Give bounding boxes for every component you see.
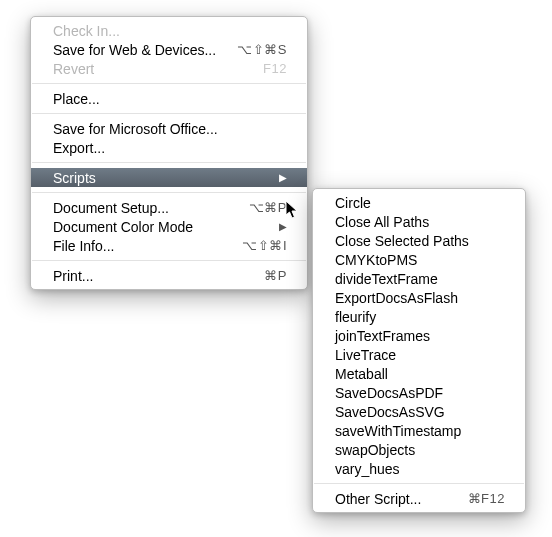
menu-separator — [314, 483, 524, 484]
label: Check In... — [53, 23, 287, 39]
label: Export... — [53, 140, 287, 156]
submenu-item-dividetextframe[interactable]: divideTextFrame — [313, 269, 525, 288]
label: Revert — [53, 61, 251, 77]
label: Save for Microsoft Office... — [53, 121, 287, 137]
label: joinTextFrames — [335, 328, 505, 344]
label: Print... — [53, 268, 252, 284]
submenu-item-varyhues[interactable]: vary_hues — [313, 459, 525, 478]
menu-item-check-in: Check In... — [31, 21, 307, 40]
label: ExportDocsAsFlash — [335, 290, 505, 306]
label: Place... — [53, 91, 287, 107]
label: Scripts — [53, 170, 271, 186]
submenu-item-savewithtimestamp[interactable]: saveWithTimestamp — [313, 421, 525, 440]
label: saveWithTimestamp — [335, 423, 505, 439]
label: File Info... — [53, 238, 230, 254]
shortcut: ⌥⇧⌘I — [230, 238, 287, 253]
label: Metaball — [335, 366, 505, 382]
menu-item-revert: Revert F12 — [31, 59, 307, 78]
label: Circle — [335, 195, 505, 211]
submenu-item-savedocssvg[interactable]: SaveDocsAsSVG — [313, 402, 525, 421]
label: Close Selected Paths — [335, 233, 505, 249]
menu-item-save-for-web[interactable]: Save for Web & Devices... ⌥⇧⌘S — [31, 40, 307, 59]
label: Document Color Mode — [53, 219, 271, 235]
menu-item-file-info[interactable]: File Info... ⌥⇧⌘I — [31, 236, 307, 255]
menu-item-export[interactable]: Export... — [31, 138, 307, 157]
label: Close All Paths — [335, 214, 505, 230]
submenu-item-jointextframes[interactable]: joinTextFrames — [313, 326, 525, 345]
menu-item-print[interactable]: Print... ⌘P — [31, 266, 307, 285]
menu-item-scripts[interactable]: Scripts ▶ — [31, 168, 307, 187]
label: SaveDocsAsPDF — [335, 385, 505, 401]
menu-separator — [32, 162, 306, 163]
submenu-item-savedocspdf[interactable]: SaveDocsAsPDF — [313, 383, 525, 402]
menu-item-place[interactable]: Place... — [31, 89, 307, 108]
label: swapObjects — [335, 442, 505, 458]
submenu-item-livetrace[interactable]: LiveTrace — [313, 345, 525, 364]
label: LiveTrace — [335, 347, 505, 363]
menu-separator — [32, 192, 306, 193]
label: fleurify — [335, 309, 505, 325]
shortcut: F12 — [251, 61, 287, 76]
submenu-item-swapobjects[interactable]: swapObjects — [313, 440, 525, 459]
submenu-item-close-all-paths[interactable]: Close All Paths — [313, 212, 525, 231]
shortcut: ⌘F12 — [456, 491, 505, 506]
submenu-item-close-selected-paths[interactable]: Close Selected Paths — [313, 231, 525, 250]
menu-separator — [32, 113, 306, 114]
label: Document Setup... — [53, 200, 237, 216]
label: vary_hues — [335, 461, 505, 477]
menu-separator — [32, 260, 306, 261]
file-menu: Check In... Save for Web & Devices... ⌥⇧… — [30, 16, 308, 290]
label: Save for Web & Devices... — [53, 42, 225, 58]
menu-item-document-setup[interactable]: Document Setup... ⌥⌘P — [31, 198, 307, 217]
label: divideTextFrame — [335, 271, 505, 287]
submenu-item-other-script[interactable]: Other Script... ⌘F12 — [313, 489, 525, 508]
submenu-item-exportdocsasflash[interactable]: ExportDocsAsFlash — [313, 288, 525, 307]
menu-item-document-color-mode[interactable]: Document Color Mode ▶ — [31, 217, 307, 236]
label: SaveDocsAsSVG — [335, 404, 505, 420]
shortcut: ⌥⌘P — [237, 200, 287, 215]
shortcut: ⌥⇧⌘S — [225, 42, 287, 57]
submenu-item-cmyktopms[interactable]: CMYKtoPMS — [313, 250, 525, 269]
label: Other Script... — [335, 491, 456, 507]
menu-separator — [32, 83, 306, 84]
shortcut: ⌘P — [252, 268, 287, 283]
submenu-arrow-icon: ▶ — [279, 222, 287, 232]
submenu-item-metaball[interactable]: Metaball — [313, 364, 525, 383]
submenu-arrow-icon: ▶ — [279, 173, 287, 183]
scripts-submenu: Circle Close All Paths Close Selected Pa… — [312, 188, 526, 513]
submenu-item-circle[interactable]: Circle — [313, 193, 525, 212]
submenu-item-fleurify[interactable]: fleurify — [313, 307, 525, 326]
menu-item-save-ms-office[interactable]: Save for Microsoft Office... — [31, 119, 307, 138]
label: CMYKtoPMS — [335, 252, 505, 268]
